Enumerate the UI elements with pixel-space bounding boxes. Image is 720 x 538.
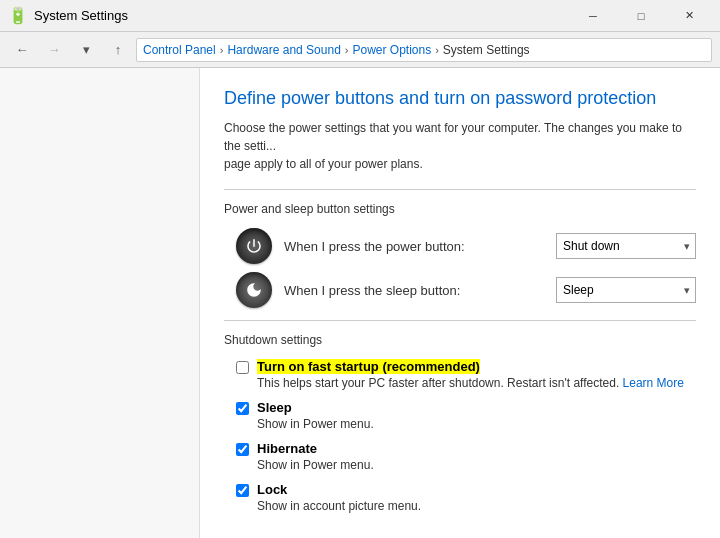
learn-more-link[interactable]: Learn More <box>623 376 684 390</box>
fast-startup-checkbox[interactable] <box>236 361 249 374</box>
lock-desc: Show in account picture menu. <box>257 499 421 513</box>
power-button-row: When I press the power button: Shut down… <box>224 228 696 264</box>
maximize-button[interactable]: □ <box>618 1 664 31</box>
sleep-button-label: When I press the sleep button: <box>284 283 556 298</box>
content-area: Define power buttons and turn on passwor… <box>200 68 720 538</box>
forward-button[interactable]: → <box>40 36 68 64</box>
breadcrumb: Control Panel › Hardware and Sound › Pow… <box>136 38 712 62</box>
fast-startup-label-text: Turn on fast startup (recommended) <box>257 359 480 374</box>
hibernate-label[interactable]: Hibernate <box>257 441 317 456</box>
sleep-icon <box>236 272 272 308</box>
dropdown-button[interactable]: ▾ <box>72 36 100 64</box>
power-icon <box>236 228 272 264</box>
breadcrumb-system-settings: System Settings <box>443 43 530 57</box>
hibernate-desc: Show in Power menu. <box>257 458 374 472</box>
lock-row: Lock Show in account picture menu. <box>224 482 696 513</box>
sleep-button-row: When I press the sleep button: Sleep Hib… <box>224 272 696 308</box>
title-bar-controls: ─ □ ✕ <box>570 1 712 31</box>
app-icon: 🔋 <box>8 6 28 25</box>
nav-bar: ← → ▾ ↑ Control Panel › Hardware and Sou… <box>0 32 720 68</box>
fast-startup-label[interactable]: Turn on fast startup (recommended) <box>257 359 480 374</box>
sleep-button-dropdown-wrapper: Sleep Hibernate Shut down Turn off the d… <box>556 277 696 303</box>
sleep-row: Sleep Show in Power menu. <box>224 400 696 431</box>
fast-startup-desc: This helps start your PC faster after sh… <box>257 376 684 390</box>
sleep-label[interactable]: Sleep <box>257 400 292 415</box>
title-bar: 🔋 System Settings ─ □ ✕ <box>0 0 720 32</box>
fast-startup-row: Turn on fast startup (recommended) This … <box>224 359 696 390</box>
main-layout: Define power buttons and turn on passwor… <box>0 68 720 538</box>
sleep-desc: Show in Power menu. <box>257 417 374 431</box>
sleep-content: Sleep Show in Power menu. <box>257 400 374 431</box>
minimize-button[interactable]: ─ <box>570 1 616 31</box>
sleep-button-dropdown[interactable]: Sleep Hibernate Shut down Turn off the d… <box>556 277 696 303</box>
sleep-checkbox[interactable] <box>236 402 249 415</box>
up-button[interactable]: ↑ <box>104 36 132 64</box>
hibernate-checkbox[interactable] <box>236 443 249 456</box>
lock-label[interactable]: Lock <box>257 482 287 497</box>
breadcrumb-power-options[interactable]: Power Options <box>352 43 431 57</box>
lock-content: Lock Show in account picture menu. <box>257 482 421 513</box>
power-button-label: When I press the power button: <box>284 239 556 254</box>
shutdown-section-header: Shutdown settings <box>224 333 696 347</box>
section-divider-2 <box>224 320 696 321</box>
power-sleep-section-header: Power and sleep button settings <box>224 202 696 216</box>
section-divider-1 <box>224 189 696 190</box>
breadcrumb-control-panel[interactable]: Control Panel <box>143 43 216 57</box>
fast-startup-content: Turn on fast startup (recommended) This … <box>257 359 684 390</box>
back-button[interactable]: ← <box>8 36 36 64</box>
lock-checkbox[interactable] <box>236 484 249 497</box>
lock-label-text: Lock <box>257 482 287 497</box>
title-bar-text: System Settings <box>34 8 128 23</box>
hibernate-row: Hibernate Show in Power menu. <box>224 441 696 472</box>
power-button-dropdown[interactable]: Shut down Sleep Hibernate Turn off the d… <box>556 233 696 259</box>
sleep-label-text: Sleep <box>257 400 292 415</box>
power-button-dropdown-wrapper: Shut down Sleep Hibernate Turn off the d… <box>556 233 696 259</box>
breadcrumb-hardware-sound[interactable]: Hardware and Sound <box>227 43 340 57</box>
page-title: Define power buttons and turn on passwor… <box>224 88 696 109</box>
page-description: Choose the power settings that you want … <box>224 119 696 173</box>
hibernate-label-text: Hibernate <box>257 441 317 456</box>
hibernate-content: Hibernate Show in Power menu. <box>257 441 374 472</box>
close-button[interactable]: ✕ <box>666 1 712 31</box>
sidebar <box>0 68 200 538</box>
